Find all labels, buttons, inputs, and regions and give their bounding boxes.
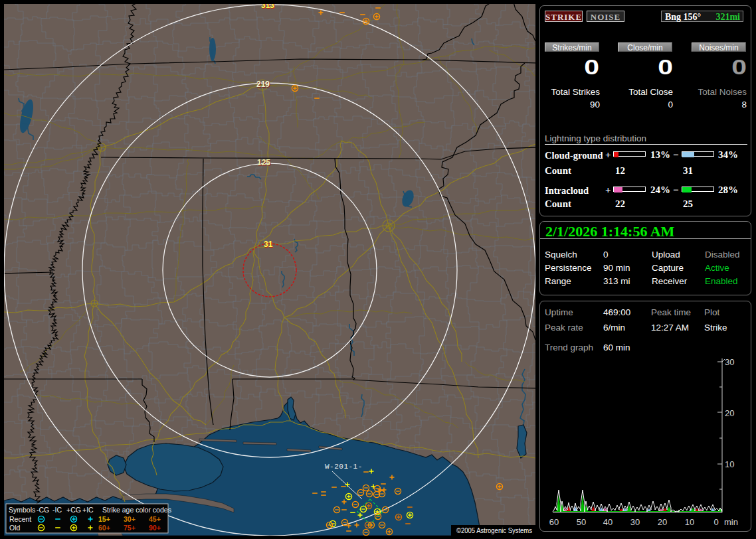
svg-text:-IC: -IC <box>52 506 62 514</box>
svg-text:©2005 Astrogenic Systems: ©2005 Astrogenic Systems <box>456 526 532 534</box>
svg-text:60+: 60+ <box>98 524 110 532</box>
svg-text:30+: 30+ <box>124 515 136 523</box>
svg-text:-CG: -CG <box>37 506 49 514</box>
svg-text:Symbols: Symbols <box>9 506 35 514</box>
svg-text:75+: 75+ <box>124 524 136 532</box>
svg-text:Recent: Recent <box>9 515 31 523</box>
svg-text:219: 219 <box>256 80 270 89</box>
svg-text:125: 125 <box>257 158 270 167</box>
svg-text:45+: 45+ <box>149 515 161 523</box>
svg-text:313: 313 <box>261 4 274 10</box>
svg-text:31: 31 <box>264 240 273 249</box>
svg-text:+IC: +IC <box>82 506 94 514</box>
svg-text:90+: 90+ <box>149 524 161 532</box>
svg-text:W-201-1-: W-201-1- <box>325 463 363 471</box>
svg-text:Old: Old <box>9 524 21 532</box>
svg-text:+CG: +CG <box>66 506 81 514</box>
svg-text:15+: 15+ <box>98 515 110 523</box>
svg-text:Strike age color codes: Strike age color codes <box>102 506 171 514</box>
